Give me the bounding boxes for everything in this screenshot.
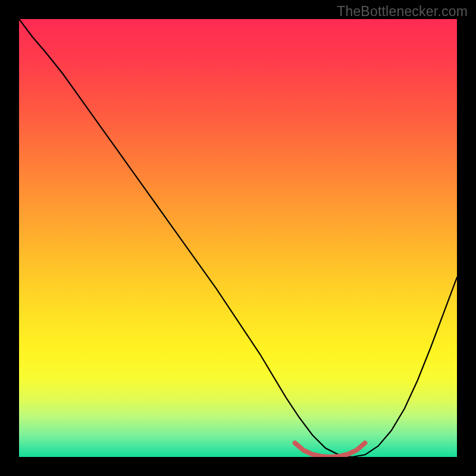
gradient-background [19,19,457,457]
chart-plot-area [19,19,457,457]
chart-svg [19,19,457,457]
chart-frame: TheBottlenecker.com [0,0,476,476]
watermark-text: TheBottlenecker.com [337,4,468,20]
